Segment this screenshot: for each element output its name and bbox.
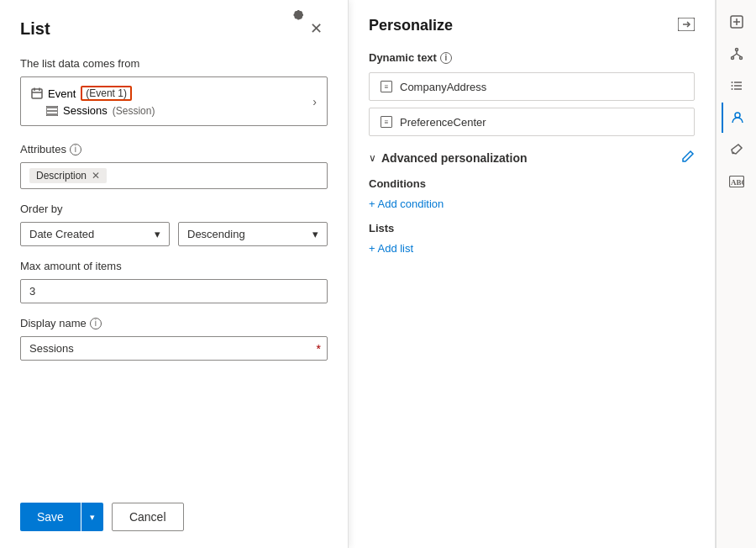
advanced-title: Advanced personalization [381,151,527,165]
source-chevron-icon: › [312,95,317,108]
company-address-label: CompanyAddress [400,81,486,93]
required-star: * [317,342,321,356]
dynamic-text-info-icon: i [440,52,452,64]
display-name-wrapper: * [20,336,328,361]
sessions-tag: (Session) [113,105,155,117]
order-by-chevron-icon: ▾ [155,228,160,240]
dialog-header: List ✕ [20,17,328,40]
svg-point-13 [735,49,738,51]
dynamic-text-label-row: Dynamic text i [369,51,695,64]
svg-line-17 [732,54,737,57]
toolbar-abc-button[interactable]: ABC [722,166,752,197]
field-icon-1: ≡ [380,80,393,93]
preference-center-label: PreferenceCenter [400,116,486,129]
event-tag: (Event 1) [81,86,132,101]
data-source-selector[interactable]: Event (Event 1) Sessions (Session) › [20,76,328,126]
dialog-title: List [20,19,50,39]
order-direction-value: Descending [187,228,245,240]
description-tag: Description ✕ [29,168,107,183]
sessions-row: Sessions (Session) [46,104,155,117]
attributes-section: Attributes i Description ✕ [20,143,328,189]
field-icon-2: ≡ [380,115,393,129]
max-section: Max amount of items [20,260,328,303]
brush-icon [730,143,743,156]
toolbar-add-button[interactable] [722,7,752,37]
event-label: Event [48,87,76,100]
attributes-input[interactable]: Description ✕ [20,162,328,189]
advanced-header[interactable]: ∨ Advanced personalization [369,150,695,166]
gear-icon[interactable] [292,10,306,24]
conditions-label: Conditions [369,177,695,190]
source-label: The list data comes from [20,57,328,70]
field-icon-box-2: ≡ [381,116,392,128]
calendar-icon [31,87,43,99]
order-direction-chevron-icon: ▾ [312,228,318,240]
fork-icon [730,47,743,61]
field-icon-box-1: ≡ [381,81,392,92]
svg-rect-0 [32,89,42,98]
advanced-chevron-icon: ∨ [369,152,376,164]
event-row: Event (Event 1) [31,86,155,101]
lists-label: Lists [369,222,695,234]
personalize-title: Personalize [369,17,453,34]
attributes-label: Attributes [20,143,66,155]
dynamic-text-label: Dynamic text [369,51,437,64]
list-dialog: List ✕ The list data comes from Event (E… [0,0,349,548]
save-dropdown-button[interactable]: ▾ [81,503,103,531]
personalize-panel: Personalize Dynamic text i ≡ CompanyAddr… [349,0,716,548]
advanced-edit-button[interactable] [681,150,695,166]
max-amount-input[interactable] [20,279,328,303]
order-row: Date Created ▾ Descending ▾ [20,222,328,246]
description-tag-label: Description [36,170,87,182]
preference-center-field[interactable]: ≡ PreferenceCenter [369,108,695,136]
add-list-link[interactable]: + Add list [369,242,413,255]
display-name-input[interactable] [20,336,328,361]
save-button[interactable]: Save [20,503,81,531]
svg-line-18 [737,54,741,57]
toolbar-list-button[interactable] [722,71,752,101]
list-icon [730,79,743,92]
close-button[interactable]: ✕ [304,17,328,40]
display-name-label: Display name [20,317,87,329]
toolbar-brush-button[interactable] [722,134,752,165]
attributes-label-row: Attributes i [20,143,328,155]
display-name-info-icon: i [90,318,102,329]
personalize-icon-button[interactable] [678,18,695,34]
sessions-list-icon [46,106,58,116]
svg-text:ABC: ABC [731,178,744,187]
personalize-arrow-icon [678,18,695,31]
dialog-footer: Save ▾ Cancel [20,489,328,531]
svg-point-14 [731,57,733,60]
save-button-wrapper: Save ▾ [20,503,103,531]
max-label: Max amount of items [20,260,328,272]
toolbar-person-button[interactable] [722,103,752,133]
advanced-section: ∨ Advanced personalization Conditions + … [369,150,695,266]
svg-point-23 [731,85,732,87]
display-name-section: Display name i * [20,317,328,472]
order-section: Order by Date Created ▾ Descending ▾ [20,203,328,246]
order-by-value: Date Created [29,228,94,240]
right-toolbar: ABC [716,0,756,548]
edit-icon [681,150,695,163]
order-direction-dropdown[interactable]: Descending ▾ [178,222,328,246]
sessions-label: Sessions [63,104,108,117]
attributes-info-icon: i [70,144,81,155]
toolbar-fork-button[interactable] [722,39,752,69]
advanced-title-row: ∨ Advanced personalization [369,151,527,165]
personalize-header: Personalize [369,17,695,34]
cancel-button[interactable]: Cancel [112,503,184,531]
order-by-dropdown[interactable]: Date Created ▾ [20,222,170,246]
order-label: Order by [20,203,328,215]
svg-point-15 [739,57,742,60]
company-address-field[interactable]: ≡ CompanyAddress [369,72,695,101]
svg-point-22 [731,82,732,83]
abc-icon: ABC [729,176,744,187]
gear-icon-area [292,10,306,26]
data-source-tree: Event (Event 1) Sessions (Session) [31,86,155,117]
display-label-row: Display name i [20,317,328,329]
svg-point-24 [731,88,732,90]
add-icon [730,15,743,29]
description-tag-remove[interactable]: ✕ [92,170,100,182]
add-condition-link[interactable]: + Add condition [369,198,444,210]
person-icon [731,111,744,124]
